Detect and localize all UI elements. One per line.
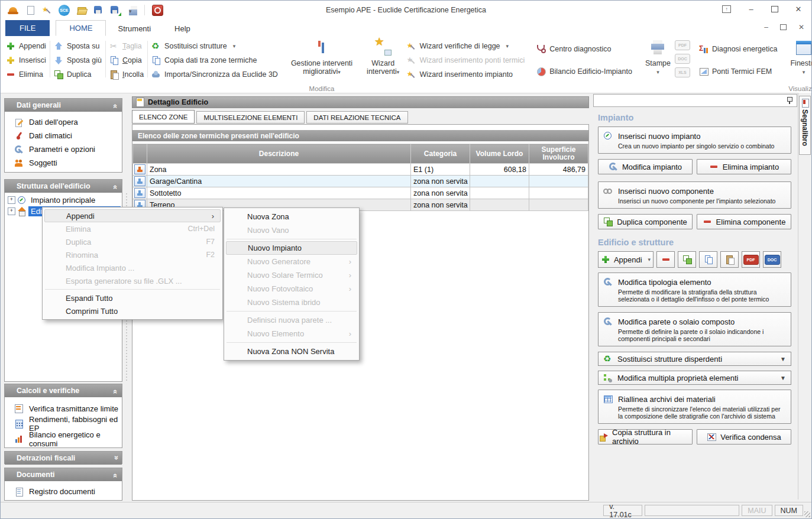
minimize-button[interactable]: – — [746, 4, 756, 14]
cell-volume[interactable] — [470, 187, 529, 199]
submenu-item-nuovo-sistema-ibrido[interactable]: Nuovo Sistema ibrido — [226, 296, 357, 309]
submenu-item-nuovo-generatore[interactable]: Nuovo Generatore› — [226, 255, 357, 268]
sidebar-item-verifica-trasmittanze[interactable]: Verifica trasmittanze limite — [5, 401, 122, 416]
sposta-su-button[interactable]: Sposta su — [51, 39, 105, 53]
maximize-button[interactable] — [771, 6, 778, 12]
inserisci-nuovo-componente-button[interactable]: Inserisci nuovo componente Inserisci un … — [598, 181, 791, 209]
zone-stamp-button[interactable] — [134, 176, 145, 186]
elimina-elemento-button[interactable] — [656, 251, 675, 268]
tab-elenco-zone[interactable]: ELENCO ZONE — [132, 110, 195, 124]
copia-elemento-button[interactable] — [699, 251, 717, 268]
duplica-elemento-button[interactable] — [678, 251, 696, 268]
riallinea-archivi-button[interactable]: Riallinea archivi dei materiali Permette… — [598, 390, 791, 424]
collapse-chevron-icon[interactable]: « — [111, 473, 120, 476]
tab-home[interactable]: HOME — [56, 20, 106, 36]
tab-file[interactable]: FILE — [5, 20, 50, 36]
verifica-condensa-button[interactable]: Verifica condensa — [697, 429, 791, 445]
resize-grip[interactable] — [804, 511, 810, 517]
sostituisci-strutture-button[interactable]: Sostituisci strutture — [148, 39, 281, 53]
expand-chevron-icon[interactable]: « — [111, 456, 120, 459]
stampe-button[interactable]: Stampe — [641, 37, 675, 83]
cell-descrizione[interactable]: Sottotetto — [147, 187, 411, 199]
col-categoria[interactable]: Categoria — [411, 144, 470, 164]
cell-categoria[interactable]: E1 (1) — [411, 164, 470, 176]
ribbon-pin-icon[interactable]: ↑ — [722, 5, 731, 13]
sidebar-item-dati-climatici[interactable]: Dati climatici — [5, 129, 122, 142]
cell-categoria[interactable]: zona non servita — [411, 199, 470, 211]
modifica-multipla-dropdown[interactable]: Modifica multipla proprietà elementi▼ — [598, 371, 791, 385]
wizard-verifiche-button[interactable]: Wizard verifiche di legge — [403, 39, 528, 53]
esporta-doc-button[interactable]: DOC — [763, 251, 781, 268]
copia-struttura-archivio-button[interactable]: Copia struttura in archivio — [598, 429, 693, 445]
elimina-impianto-button[interactable]: Elimina impianto — [697, 159, 791, 174]
incolla-button[interactable]: Incolla — [106, 67, 147, 81]
pin-icon[interactable] — [785, 96, 794, 105]
mdi-close-button[interactable]: ✕ — [798, 23, 804, 31]
wizard-impianto-button[interactable]: Wizard inserimento impianto — [403, 67, 528, 81]
cell-categoria[interactable]: zona non servita — [411, 187, 470, 199]
inserisci-button[interactable]: Inserisci — [3, 53, 49, 67]
bilancio-edificio-button[interactable]: Bilancio Edificio-Impianto — [533, 65, 635, 79]
cell-volume[interactable] — [470, 199, 529, 211]
cell-volume[interactable]: 608,18 — [470, 164, 529, 176]
collapse-chevron-icon[interactable]: « — [111, 389, 120, 392]
submenu-item-nuovo-vano[interactable]: Nuovo Vano — [226, 223, 357, 237]
sidebar-item-registro-documenti[interactable]: Registro documenti — [5, 485, 122, 498]
col-descrizione[interactable]: Descrizione — [147, 144, 411, 164]
menu-item-comprimi-tutto[interactable]: Comprimi Tutto — [44, 304, 221, 317]
segnalibro-tab[interactable]: Segnalibro — [799, 96, 811, 155]
panel-header-dati-generali[interactable]: Dati generali« — [5, 99, 122, 112]
modifica-parete-button[interactable]: Modifica parete o solaio composto Permet… — [598, 312, 791, 346]
submenu-item-nuovo-elemento[interactable]: Nuovo Elemento› — [226, 327, 357, 340]
taglia-button[interactable]: Taglia — [106, 39, 147, 53]
submenu-item-nuovo-fotovoltaico[interactable]: Nuovo Fotovoltaico› — [226, 282, 357, 296]
submenu-item-nuovo-solare-termico[interactable]: Nuovo Solare Termico› — [226, 268, 357, 282]
appendi-dropdown-button[interactable]: Appendi — [598, 251, 654, 268]
cell-descrizione[interactable]: Zona — [147, 164, 411, 176]
table-row[interactable]: Zona E1 (1) 608,18 486,79 — [133, 164, 588, 176]
inserisci-nuovo-impianto-button[interactable]: Inserisci nuovo impianto Crea un nuovo i… — [598, 126, 791, 154]
submenu-item-nuova-zona[interactable]: Nuova Zona — [226, 210, 357, 223]
tab-help[interactable]: Help — [163, 21, 202, 36]
tab-multiselezione-elementi[interactable]: MULTISELEZIONE ELEMENTI — [196, 111, 305, 124]
menu-item-espandi-tutto[interactable]: Espandi Tutto — [44, 291, 221, 304]
menu-item-elimina[interactable]: EliminaCtrl+Del — [44, 222, 221, 235]
expand-icon[interactable] — [8, 207, 15, 215]
tree-item-impianto-principale[interactable]: Impianto principale — [5, 194, 122, 206]
incolla-elemento-button[interactable] — [720, 251, 739, 268]
zone-icon-cell[interactable] — [133, 164, 147, 176]
cell-categoria[interactable]: zona non servita — [411, 176, 470, 187]
copia-button[interactable]: Copia — [106, 53, 147, 67]
copia-dati-zone-button[interactable]: Copia dati tra zone termiche — [148, 53, 281, 67]
sidebar-item-soggetti[interactable]: Soggetti — [5, 156, 122, 170]
modifica-impianto-button[interactable]: Modifica impianto — [598, 159, 693, 174]
doc-badge-icon[interactable]: DOC — [675, 54, 690, 64]
elimina-componente-button[interactable]: Elimina componente — [697, 214, 791, 229]
gestione-interventi-button[interactable]: Gestione interventi migliorativi — [287, 37, 357, 83]
menu-item-appendi[interactable]: Appendi› — [44, 209, 221, 222]
finestre-button[interactable]: Finestre — [786, 37, 812, 83]
menu-item-esporta-generatore[interactable]: Esporta generatore su file .GLX ... — [44, 274, 221, 287]
ponti-termici-fem-button[interactable]: Ponti Termici FEM — [696, 65, 781, 79]
appendi-button[interactable]: Appendi — [3, 39, 49, 53]
cell-superficie[interactable] — [529, 199, 588, 211]
col-superficie-involucro[interactable]: Superficie Involucro — [529, 144, 588, 164]
zone-icon-cell[interactable] — [133, 176, 147, 187]
zone-stamp-button[interactable] — [134, 188, 145, 198]
sostituisci-disperdenti-dropdown[interactable]: Sostituisci strutture disperdenti▼ — [598, 352, 791, 366]
modifica-tipologia-button[interactable]: Modifica tipologia elemento Permette di … — [598, 273, 791, 307]
sidebar-item-parametri[interactable]: Parametri e opzioni — [5, 142, 122, 156]
tab-dati-relazione-tecnica[interactable]: DATI RELAZIONE TECNICA — [306, 111, 407, 124]
duplica-componente-button[interactable]: Duplica componente — [598, 214, 693, 229]
pdf-badge-icon[interactable]: PDF — [675, 40, 690, 50]
panel-header-calcoli[interactable]: Calcoli e verifiche« — [5, 384, 122, 397]
submenu-item-definisci-parete[interactable]: Definisci nuova parete ... — [226, 313, 357, 327]
panel-header-detrazioni[interactable]: Detrazioni fiscali« — [5, 452, 122, 465]
cell-volume[interactable] — [470, 176, 529, 187]
wizard-interventi-button[interactable]: Wizard interventi — [363, 37, 403, 83]
mdi-minimize-button[interactable]: – — [764, 23, 768, 31]
sidebar-item-dati-opera[interactable]: Dati dell'opera — [5, 115, 122, 129]
panel-header-documenti[interactable]: Documenti« — [5, 468, 122, 481]
sposta-giu-button[interactable]: Sposta giù — [51, 53, 105, 67]
centro-diagnostico-button[interactable]: Centro diagnostico — [533, 43, 635, 56]
